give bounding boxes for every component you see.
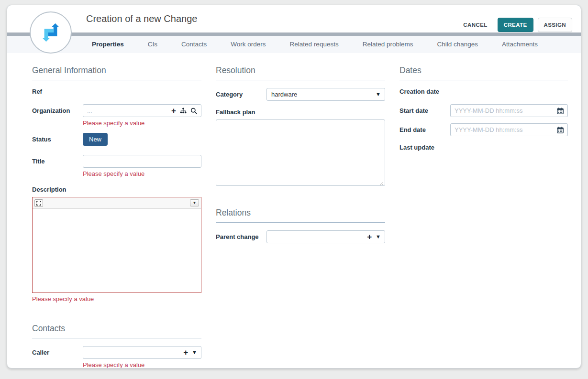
parent-change-dropdown-icon[interactable]: ▼: [376, 234, 381, 239]
add-parent-change-icon[interactable]: +: [367, 233, 372, 241]
title-input[interactable]: [83, 155, 201, 168]
description-label: Description: [32, 186, 201, 193]
add-organization-icon[interactable]: +: [171, 107, 176, 115]
editor-collapse-toolbar-button[interactable]: ▼: [190, 199, 199, 206]
editor-maximize-button[interactable]: [34, 199, 43, 207]
fallback-plan-textarea[interactable]: [216, 119, 385, 186]
tab-child-changes[interactable]: Child changes: [425, 36, 490, 53]
description-error: Please specify a value: [32, 295, 201, 303]
end-date-input[interactable]: [450, 123, 568, 136]
organization-label: Organization: [32, 104, 83, 127]
column-dates: Dates Creation date Start date: [399, 65, 568, 368]
title-label: Title: [32, 155, 83, 177]
description-editor: ▼: [32, 197, 201, 293]
header: Creation of a new Change CANCEL CREATE A…: [7, 5, 581, 32]
status-label: Status: [32, 133, 83, 149]
organization-field-icons: +: [171, 104, 197, 117]
create-button[interactable]: CREATE: [498, 18, 533, 32]
tab-bar: Properties CIs Contacts Work orders Rela…: [7, 36, 581, 53]
general-information-heading: General Information: [32, 65, 201, 80]
maximize-icon: [36, 201, 41, 206]
description-block: Description ▼ Please specify a value: [32, 186, 201, 303]
description-editor-toolbar: ▼: [33, 197, 201, 209]
tab-work-orders[interactable]: Work orders: [219, 36, 277, 53]
start-date-label: Start date: [399, 104, 450, 117]
calendar-icon[interactable]: [557, 108, 564, 114]
column-general: General Information Ref Organization +: [32, 65, 201, 368]
caller-error: Please specify a value: [83, 361, 201, 368]
tab-related-problems[interactable]: Related problems: [351, 36, 425, 53]
tab-bar-top-stripe: [7, 32, 581, 36]
add-caller-icon[interactable]: +: [183, 348, 188, 357]
organization-row: Organization +: [32, 104, 201, 127]
caller-label: Caller: [32, 346, 83, 368]
tab-contacts[interactable]: Contacts: [169, 36, 219, 53]
change-class-icon: [30, 11, 72, 54]
category-dropdown-icon[interactable]: ▼: [376, 92, 381, 97]
hierarchy-icon[interactable]: [180, 108, 187, 114]
dates-heading: Dates: [399, 65, 568, 80]
last-update-label: Last update: [399, 144, 450, 151]
resolution-heading: Resolution: [216, 65, 385, 80]
title-error: Please specify a value: [83, 170, 201, 177]
description-editor-body[interactable]: [33, 209, 201, 292]
parent-change-field-icons: + ▼: [367, 230, 381, 243]
parent-change-row: Parent change + ▼: [216, 230, 385, 243]
category-selected-value: hardware: [271, 88, 297, 101]
title-row: Title Please specify a value: [32, 155, 201, 177]
search-icon[interactable]: [190, 108, 197, 114]
caller-field-icons: + ▼: [183, 346, 197, 359]
end-date-row: End date: [399, 123, 568, 136]
start-date-row: Start date: [399, 104, 568, 117]
change-creation-window: Creation of a new Change CANCEL CREATE A…: [7, 5, 581, 368]
parent-change-label: Parent change: [216, 230, 266, 243]
caller-dropdown-icon[interactable]: ▼: [192, 350, 197, 355]
tab-properties[interactable]: Properties: [80, 36, 136, 53]
ref-label: Ref: [32, 88, 83, 95]
page-title: Creation of a new Change: [86, 5, 197, 32]
status-badge: New: [83, 133, 108, 146]
cancel-button[interactable]: CANCEL: [457, 18, 493, 32]
relations-heading: Relations: [216, 208, 385, 223]
status-row: Status New: [32, 133, 201, 149]
category-label: Category: [216, 88, 266, 101]
calendar-icon[interactable]: [557, 127, 564, 133]
tab-cis[interactable]: CIs: [136, 36, 169, 53]
category-row: Category hardware ▼: [216, 88, 385, 101]
contacts-heading: Contacts: [32, 324, 201, 338]
fallback-plan-block: Fallback plan: [216, 108, 385, 188]
start-date-input[interactable]: [450, 104, 568, 117]
tab-attachments[interactable]: Attachments: [490, 36, 550, 53]
category-field-icons: ▼: [376, 88, 381, 101]
creation-date-label: Creation date: [399, 88, 450, 95]
caller-row: Caller + ▼ Please specify a value: [32, 346, 201, 368]
header-actions: CANCEL CREATE ASSIGN: [457, 18, 572, 32]
organization-error: Please specify a value: [83, 119, 201, 127]
tab-related-requests[interactable]: Related requests: [278, 36, 351, 53]
change-arrows-icon: [40, 22, 62, 43]
start-date-field-icons: [557, 104, 564, 117]
fallback-plan-label: Fallback plan: [216, 108, 385, 116]
form-content: General Information Ref Organization +: [7, 53, 581, 368]
end-date-label: End date: [399, 123, 450, 136]
column-resolution: Resolution Category hardware ▼ Fallback …: [216, 65, 385, 368]
end-date-field-icons: [557, 123, 564, 136]
assign-button[interactable]: ASSIGN: [538, 18, 573, 32]
